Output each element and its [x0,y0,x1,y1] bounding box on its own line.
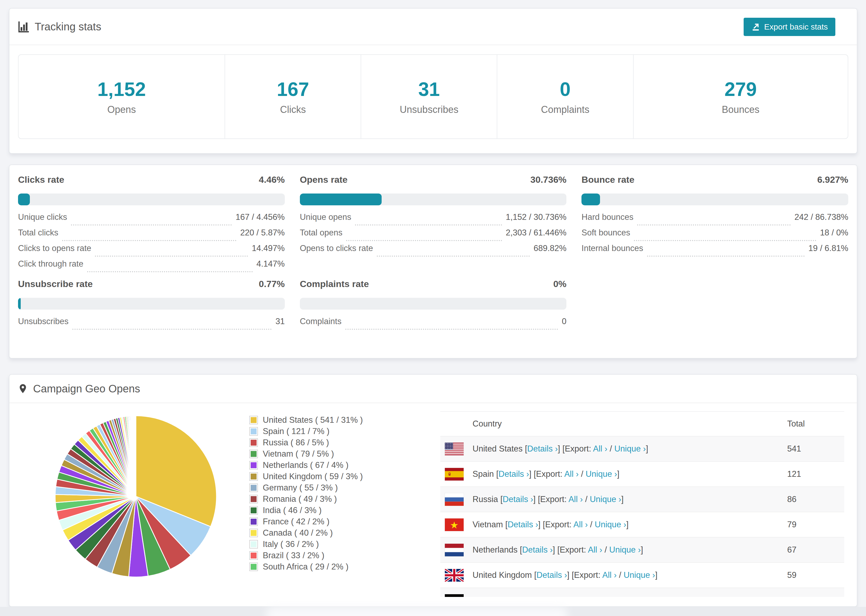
rate-detail-value: 4.147% [257,259,285,269]
legend-label: Romania ( 49 / 3% ) [263,494,337,504]
rate-detail-row: Hard bounces 242 / 86.738% [581,212,848,228]
legend-label: South Africa ( 29 / 2% ) [263,562,348,572]
details-link[interactable]: Details › [503,495,533,504]
rate-detail-value: 242 / 86.738% [794,212,848,222]
rate-detail-value: 14.497% [252,244,285,253]
page-title: Tracking stats [35,21,101,33]
table-header-row: Country Total [440,412,844,436]
rate-title: Complaints rate [300,279,369,289]
kpi-stat-value: 1,152 [98,78,146,100]
legend-item: India ( 46 / 3% ) [249,505,363,516]
geo-opens-header: Campaign Geo Opens [9,375,857,403]
legend-label: Russia ( 86 / 5% ) [263,438,329,448]
legend-swatch [249,495,258,503]
legend-item: Germany ( 55 / 3% ) [249,482,363,493]
rate-detail-label: Unique opens [300,212,351,222]
rate-detail-row: Complaints 0 [300,317,567,332]
geo-opens-title: Campaign Geo Opens [33,383,140,395]
table-row: Spain [Details ›] [Export: All › / Uniqu… [440,461,844,486]
export-all-link[interactable]: All › [568,495,583,504]
export-unique-link[interactable]: Unique › [586,469,617,479]
rate-progress-fill [18,193,30,205]
export-unique-link[interactable]: Unique › [614,444,646,453]
country-name: Spain [472,469,494,479]
export-all-link[interactable]: All › [564,469,578,479]
geo-opens-pie-chart [54,415,217,578]
export-unique-link[interactable]: Unique › [599,596,630,597]
rate-title: Bounce rate [581,174,635,185]
export-unique-link[interactable]: Unique › [609,545,641,555]
rate-value: 0.77% [259,279,285,289]
details-link[interactable]: Details › [527,444,558,453]
export-unique-link[interactable]: Unique › [624,570,655,580]
rate-detail-label: Hard bounces [581,212,633,222]
export-all-link[interactable]: All › [593,444,607,453]
legend-swatch [249,517,258,526]
table-row: United States [Details ›] [Export: All ›… [440,436,844,461]
bar-chart-icon [17,20,30,33]
rate-detail-row: Opens to clicks rate 689.82% [300,244,567,259]
country-name: United States [472,444,523,453]
country-cell: United Kingdom [Details ›] [Export: All … [472,570,787,580]
kpi-stat-value: 0 [560,78,570,100]
country-cell: Germany [Details ›] [Export: All › / Uni… [472,596,787,597]
rate-detail-label: Opens to clicks rate [300,244,373,253]
export-unique-link[interactable]: Unique › [595,520,626,529]
rate-detail-row: Soft bounces 18 / 0% [581,228,848,244]
rate-block: Bounce rate 6.927% Hard bounces 242 / 86… [581,174,848,275]
details-link[interactable]: Details › [537,570,567,580]
dotted-leader [62,240,236,241]
page-bottom-highlight [266,607,567,616]
legend-swatch [249,529,258,537]
legend-label: India ( 46 / 3% ) [263,506,322,515]
legend-swatch [249,427,258,436]
export-all-link[interactable]: All › [573,520,587,529]
legend-item: Italy ( 36 / 2% ) [249,539,363,550]
total-cell: 55 [787,596,844,597]
export-all-link[interactable]: All › [602,570,616,580]
kpi-stat-label: Opens [107,104,136,115]
rate-progress-track [581,193,848,205]
details-link[interactable]: Details › [512,596,542,597]
country-name: Germany [472,596,507,597]
table-row: Russia [Details ›] [Export: All › / Uniq… [440,486,844,512]
total-column-header: Total [787,419,844,429]
country-name: Russia [472,495,498,504]
rate-detail-value: 18 / 0% [820,228,848,237]
rate-title: Unsubscribe rate [18,279,93,289]
rate-value: 0% [553,279,567,289]
legend-swatch [249,551,258,560]
kpi-stat-box: 279 Bounces [634,55,848,138]
dotted-leader [72,329,272,330]
details-link[interactable]: Details › [507,520,538,529]
export-all-link[interactable]: All › [577,596,591,597]
kpi-stat-label: Bounces [722,104,759,115]
country-flag-icon [445,519,464,531]
legend-label: Spain ( 121 / 7% ) [263,426,329,436]
legend-label: Vietnam ( 79 / 5% ) [263,449,334,459]
export-all-link[interactable]: All › [588,545,602,555]
details-link[interactable]: Details › [499,469,529,479]
kpi-stat-value: 31 [418,78,440,100]
rate-value: 6.927% [817,174,848,185]
legend-label: Brazil ( 33 / 2% ) [263,551,324,560]
tracking-stats-header: Tracking stats Export basic stats [9,9,857,45]
rate-progress-track [300,193,567,205]
legend-item: South Africa ( 29 / 2% ) [249,561,363,572]
rate-detail-row: Internal bounces 19 / 6.81% [581,244,848,259]
legend-label: Germany ( 55 / 3% ) [263,483,338,493]
kpi-stat-label: Complaints [541,104,589,115]
rate-detail-label: Total clicks [18,228,58,237]
country-flag-icon [445,569,464,581]
rate-title: Opens rate [300,174,348,185]
legend-label: United States ( 541 / 31% ) [263,415,363,425]
legend-swatch [249,472,258,481]
legend-swatch [249,506,258,515]
export-unique-link[interactable]: Unique › [590,495,621,504]
rate-detail-value: 31 [276,317,285,326]
details-link[interactable]: Details › [522,545,553,555]
dotted-leader [345,329,558,330]
export-basic-stats-button[interactable]: Export basic stats [744,18,835,36]
total-cell: 86 [787,495,844,504]
rate-detail-value: 220 / 5.87% [240,228,285,237]
